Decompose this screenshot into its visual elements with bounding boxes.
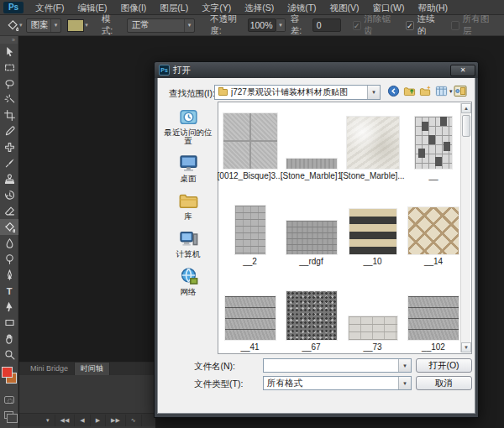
file-item[interactable]: __67 bbox=[281, 267, 342, 352]
opacity-caret-icon[interactable]: ▾ bbox=[276, 18, 285, 32]
file-thumbnail[interactable] bbox=[347, 117, 399, 169]
open-button[interactable]: 打开(O) bbox=[416, 358, 472, 373]
eyedropper-tool[interactable] bbox=[0, 123, 18, 139]
menu-item[interactable]: 选择(S) bbox=[238, 0, 281, 15]
panel-tab[interactable]: 时间轴 bbox=[74, 362, 110, 375]
next-frame-button[interactable]: ▶▶ bbox=[106, 415, 126, 426]
antialias-option[interactable]: ✓消除锯齿 bbox=[353, 13, 396, 37]
menu-item[interactable]: 图层(L) bbox=[153, 0, 195, 15]
place-network[interactable]: 网络 bbox=[178, 266, 199, 296]
paint-bucket-tool[interactable] bbox=[0, 219, 18, 235]
foreground-color-swatch[interactable] bbox=[2, 367, 13, 378]
file-name-input[interactable]: ▾ bbox=[263, 358, 412, 373]
pattern-swatch[interactable] bbox=[67, 19, 84, 32]
file-thumbnail[interactable] bbox=[235, 206, 265, 254]
menu-item[interactable]: 帮助(H) bbox=[412, 0, 455, 15]
fill-source-select[interactable]: 图案 ▾ bbox=[26, 18, 62, 33]
dialog-titlebar[interactable]: Ps 打开 ✕ bbox=[155, 62, 478, 78]
file-thumbnail[interactable] bbox=[286, 221, 337, 254]
views-button[interactable] bbox=[435, 85, 448, 97]
zoom-tool[interactable] bbox=[0, 347, 18, 363]
hand-tool[interactable] bbox=[0, 331, 18, 347]
prev-frame-button[interactable]: ◀ bbox=[75, 415, 90, 426]
path-selection-tool[interactable] bbox=[0, 299, 18, 315]
place-computer[interactable]: 计算机 bbox=[176, 228, 201, 258]
file-thumbnail[interactable] bbox=[286, 159, 337, 169]
file-item[interactable]: __41 bbox=[219, 267, 281, 352]
file-item[interactable]: __73 bbox=[342, 267, 403, 352]
move-tool[interactable] bbox=[0, 44, 18, 60]
place-desktop[interactable]: 桌面 bbox=[178, 153, 199, 183]
type-tool[interactable]: T bbox=[0, 283, 18, 299]
go-first-frame-button[interactable]: ◀◀ bbox=[55, 415, 76, 426]
file-item[interactable]: [Stone_Marble]... bbox=[342, 104, 403, 181]
tolerance-input[interactable]: 0 bbox=[312, 18, 341, 32]
pen-tool[interactable] bbox=[0, 267, 18, 283]
file-type-select[interactable]: 所有格式 ▾ bbox=[263, 376, 412, 390]
scroll-up-icon[interactable]: ▲ bbox=[461, 103, 471, 113]
blur-tool[interactable] bbox=[0, 235, 18, 251]
lasso-tool[interactable] bbox=[0, 76, 18, 91]
back-button[interactable] bbox=[387, 85, 400, 97]
file-item[interactable]: __14 bbox=[403, 181, 464, 267]
file-item[interactable]: __rdgf bbox=[281, 181, 342, 267]
file-item[interactable]: __102 bbox=[403, 267, 464, 352]
crop-tool[interactable] bbox=[0, 107, 18, 123]
scrollbar[interactable]: ▲ ▼ bbox=[460, 103, 470, 352]
file-thumbnail[interactable] bbox=[415, 117, 452, 169]
contiguous-option[interactable]: ✓连续的 bbox=[406, 13, 441, 37]
opacity-input[interactable]: 100% bbox=[248, 18, 276, 32]
file-item[interactable]: [Stone_Marble]1 bbox=[281, 104, 342, 181]
eraser-tool[interactable] bbox=[0, 203, 18, 219]
collapse-toolbar-chevron[interactable]: » bbox=[0, 36, 18, 44]
file-item[interactable]: __2 bbox=[219, 181, 281, 267]
contiguous-checkbox[interactable]: ✓ bbox=[406, 21, 414, 30]
file-item[interactable]: __10 bbox=[342, 181, 403, 267]
screen-mode-button[interactable] bbox=[4, 411, 13, 419]
menu-item[interactable]: 滤镜(T) bbox=[281, 0, 323, 15]
mode-select[interactable]: 正常 ▾ bbox=[127, 18, 195, 33]
views-caret-icon[interactable]: ▾ bbox=[449, 88, 453, 95]
new-folder-button[interactable] bbox=[419, 85, 432, 97]
marquee-tool[interactable] bbox=[0, 60, 18, 76]
cancel-button[interactable]: 取消 bbox=[416, 376, 472, 390]
menu-item[interactable]: 图像(I) bbox=[113, 0, 153, 15]
all-layers-option[interactable]: 所有图层 bbox=[451, 13, 494, 37]
panel-menu-button[interactable]: ▾ bbox=[41, 415, 55, 426]
close-button[interactable]: ✕ bbox=[450, 65, 475, 76]
quick-mask-button[interactable] bbox=[4, 396, 14, 404]
preview-pane-button[interactable] bbox=[454, 85, 467, 101]
menu-item[interactable]: 视图(V) bbox=[323, 0, 366, 15]
antialias-checkbox[interactable]: ✓ bbox=[353, 21, 361, 30]
quick-selection-tool[interactable] bbox=[0, 91, 18, 107]
file-item[interactable]: __ bbox=[403, 104, 464, 181]
transition-button[interactable]: ∿ bbox=[126, 415, 142, 426]
file-thumbnail[interactable] bbox=[349, 209, 396, 254]
history-brush-tool[interactable] bbox=[0, 187, 18, 203]
healing-brush-tool[interactable] bbox=[0, 139, 18, 155]
file-thumbnail[interactable] bbox=[408, 296, 459, 340]
menu-item[interactable]: 编辑(E) bbox=[71, 0, 113, 15]
paint-bucket-preset-icon[interactable]: ▾ bbox=[7, 19, 23, 31]
file-thumbnail[interactable] bbox=[408, 207, 459, 254]
menu-item[interactable]: 窗口(W) bbox=[366, 0, 412, 15]
place-recent-places[interactable]: 最近访问的位置 bbox=[161, 107, 215, 145]
file-thumbnail[interactable] bbox=[225, 296, 276, 340]
color-swatches[interactable] bbox=[0, 366, 18, 391]
place-libraries[interactable]: 库 bbox=[178, 191, 199, 221]
scroll-down-icon[interactable]: ▼ bbox=[461, 342, 471, 352]
all-layers-checkbox[interactable] bbox=[451, 21, 459, 30]
panel-tab[interactable]: Mini Bridge bbox=[24, 363, 74, 375]
clone-stamp-tool[interactable] bbox=[0, 171, 18, 187]
file-thumbnail[interactable] bbox=[286, 291, 337, 340]
scrollbar-thumb[interactable] bbox=[462, 115, 470, 137]
brush-tool[interactable] bbox=[0, 155, 18, 171]
menu-item[interactable]: 文字(Y) bbox=[195, 0, 238, 15]
shape-tool[interactable] bbox=[0, 315, 18, 331]
menu-item[interactable]: 文件(F) bbox=[29, 0, 71, 15]
file-item[interactable]: [0012_Bisque]3... bbox=[219, 104, 281, 181]
pattern-picker[interactable]: ▾ bbox=[67, 19, 88, 32]
file-thumbnail[interactable] bbox=[223, 113, 277, 169]
play-button[interactable]: ▶ bbox=[91, 415, 106, 426]
up-one-level-button[interactable] bbox=[403, 85, 416, 97]
